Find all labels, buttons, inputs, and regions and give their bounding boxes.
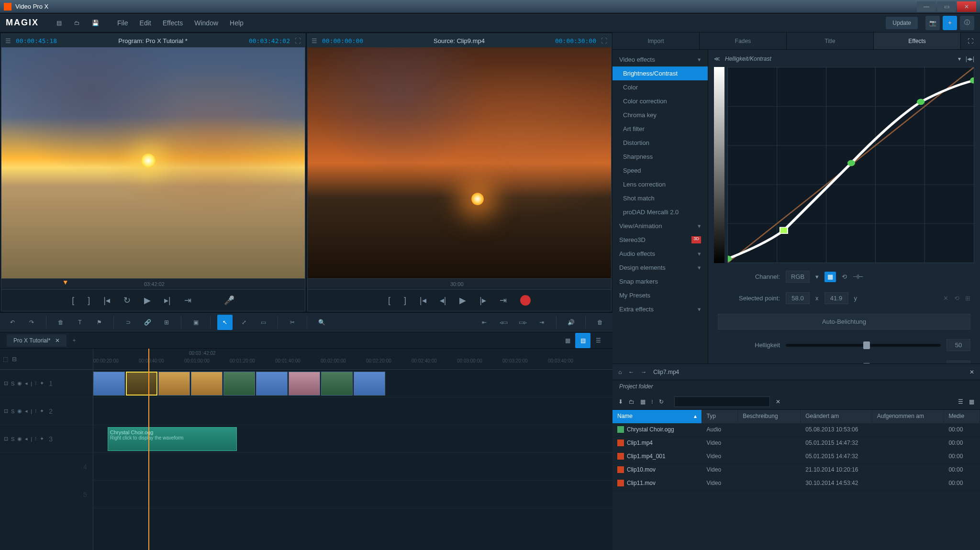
src-mark-out-icon[interactable]: ] (404, 296, 406, 306)
selpoint-y-value[interactable]: 41.9 (824, 292, 848, 304)
video-clip[interactable] (93, 372, 125, 396)
effect-lens-correction[interactable]: Lens correction (612, 177, 708, 191)
video-clip[interactable] (289, 372, 320, 396)
keyframe-icon[interactable]: |◂▸| (966, 55, 974, 62)
view-icon[interactable]: ▦ (640, 398, 646, 405)
selpoint-x-value[interactable]: 58.0 (786, 292, 810, 304)
mark-in-icon[interactable]: [ (72, 296, 74, 306)
mic-icon[interactable]: 🎤 (224, 295, 234, 306)
import-icon[interactable]: ⬇ (618, 398, 623, 405)
marker-icon[interactable]: ⚑ (91, 315, 107, 330)
track-header-5[interactable]: 5 (0, 481, 93, 508)
timeline-tab[interactable]: Pro X Tutorial* ✕ (7, 334, 67, 347)
tracks-area[interactable]: 00:03 :42:02 00:00:20:0000:00:40:0000:01… (93, 349, 612, 550)
video-clip[interactable] (191, 372, 223, 396)
effcat-extra[interactable]: Extra effects▾ (612, 302, 708, 316)
link-icon[interactable]: 🔗 (140, 315, 155, 330)
group-icon[interactable]: ⊞ (159, 315, 174, 330)
menu-edit[interactable]: Edit (140, 19, 151, 27)
timeline-ruler[interactable]: 00:03 :42:02 00:00:20:0000:00:40:0000:01… (93, 349, 612, 370)
col-name[interactable]: Name▴ (612, 410, 702, 423)
grid-view-icon[interactable]: ▦ (969, 398, 974, 405)
playhead[interactable] (148, 349, 149, 550)
tool3-icon[interactable]: ▭ (256, 315, 271, 330)
nav-home-icon[interactable]: ⌂ (618, 369, 622, 375)
tab-fades[interactable]: Fades (700, 33, 787, 49)
update-button[interactable]: Update (886, 17, 918, 29)
refresh-icon[interactable]: ↻ (659, 398, 664, 405)
view-mode3-icon[interactable]: ☰ (590, 333, 606, 348)
program-ruler[interactable]: ▼ 03:42:02 (1, 278, 305, 290)
help-icon[interactable]: ⓘ (960, 16, 974, 30)
menu-help[interactable]: Help (230, 19, 244, 27)
redo-icon[interactable]: ↷ (24, 315, 39, 330)
program-tc-out[interactable]: 00:03:42:02 (249, 37, 290, 44)
video-clip[interactable] (223, 372, 255, 396)
delete-icon[interactable]: 🗑 (53, 315, 68, 330)
lock-icon[interactable]: ⊣⊢ (853, 273, 863, 280)
tab-import[interactable]: Import (612, 33, 700, 49)
video-clip[interactable] (256, 372, 288, 396)
video-track-2[interactable] (93, 397, 612, 425)
pointer-tool-icon[interactable]: ↖ (217, 315, 233, 330)
effect-distortion[interactable]: Distortion (612, 136, 708, 150)
source-tc-in[interactable]: 00:00:00:00 (322, 37, 363, 44)
effcat-design[interactable]: Design elements▾ (612, 261, 708, 275)
video-clip-selected[interactable] (126, 372, 157, 396)
src-next-frame-icon[interactable]: |▸ (479, 295, 486, 306)
undo-icon[interactable]: ↶ (5, 315, 20, 330)
audio-track-3[interactable]: Chrystal Choir.ogg Right click to displa… (93, 425, 612, 453)
source-expand-icon[interactable]: ⛶ (601, 37, 607, 44)
nav-back-icon[interactable]: ← (628, 369, 634, 375)
point-copy-icon[interactable]: ⊞ (965, 295, 970, 302)
src-mark-in-icon[interactable]: [ (388, 296, 390, 306)
source-menu-icon[interactable]: ☰ (312, 37, 317, 44)
tl-opt2-icon[interactable]: ⊟ (12, 356, 17, 363)
table-row[interactable]: Clip1.mp4 Video 05.01.2015 14:47:3200:00 (612, 437, 980, 450)
trash-icon[interactable]: 🗑 (592, 315, 608, 330)
goto-start-icon[interactable]: |◂ (103, 295, 110, 306)
source-ruler[interactable]: 30:00 (308, 278, 611, 290)
effcat-stereo[interactable]: Stereo3D3D (612, 233, 708, 247)
col-desc[interactable]: Beschreibung (738, 410, 801, 423)
program-video[interactable] (1, 47, 305, 278)
trim-b-icon[interactable]: ▭▹ (515, 315, 530, 330)
effect-color-correction[interactable]: Color correction (612, 94, 708, 108)
reset-icon[interactable]: ⟲ (842, 273, 847, 280)
rgb-mode-icon[interactable]: ▦ (824, 272, 836, 282)
new-file-icon[interactable]: ▤ (53, 17, 65, 29)
mark-out-icon[interactable]: ] (88, 296, 90, 306)
effect-brightness-contrast[interactable]: Brightness/Contrast (612, 66, 708, 80)
trim-end-icon[interactable]: ⇥ (534, 315, 549, 330)
menu-window[interactable]: Window (194, 19, 218, 27)
effcat-view[interactable]: View/Animation▾ (612, 219, 708, 233)
program-tc-in[interactable]: 00:00:45:18 (16, 37, 57, 44)
src-prev-frame-icon[interactable]: ◂| (440, 295, 446, 306)
src-play-icon[interactable]: ▶ (459, 295, 466, 306)
zoom-icon[interactable]: 🔍 (314, 315, 329, 330)
col-typ[interactable]: Typ (702, 410, 738, 423)
record-button[interactable] (520, 295, 531, 306)
view-mode2-icon[interactable]: ▤ (575, 333, 590, 348)
effcat-video[interactable]: Video effects▾ (612, 53, 708, 66)
opt-icon[interactable]: ⁝ (651, 398, 653, 405)
clear-filter-icon[interactable]: ✕ (776, 398, 780, 405)
effect-chroma-key[interactable]: Chroma key (612, 108, 708, 122)
video-clip[interactable] (354, 372, 385, 396)
trim-start-icon[interactable]: ⇤ (477, 315, 492, 330)
track-header-4[interactable]: 4 (0, 453, 93, 481)
mute-icon[interactable]: ▣ (188, 315, 203, 330)
save-icon[interactable]: 💾 (89, 17, 101, 29)
fx-icon[interactable]: ✦ (943, 16, 957, 30)
table-row[interactable]: Clip11.mov Video 30.10.2014 14:53:4200:0… (612, 477, 980, 490)
tab-title[interactable]: Title (787, 33, 874, 49)
tool2-icon[interactable]: ⤢ (236, 315, 252, 330)
effect-shot-match[interactable]: Shot match (612, 191, 708, 205)
filter-input[interactable] (674, 396, 770, 407)
add-tab-icon[interactable]: + (72, 337, 76, 344)
folder-icon[interactable]: 🗀 (629, 398, 635, 405)
video-clip[interactable] (321, 372, 353, 396)
effect-sharpness[interactable]: Sharpness (612, 150, 708, 164)
view-mode1-icon[interactable]: ▦ (560, 333, 575, 348)
program-expand-icon[interactable]: ⛶ (295, 37, 301, 44)
